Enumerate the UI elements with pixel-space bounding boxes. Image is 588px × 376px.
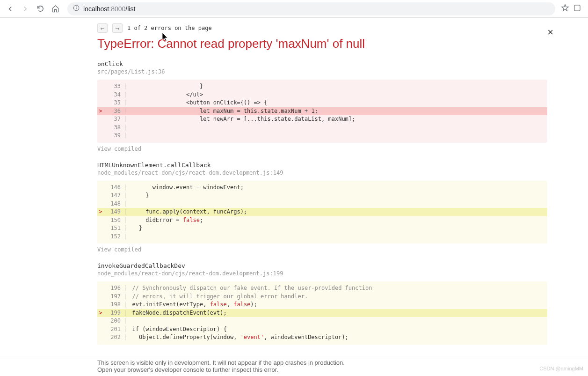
overlay-footer: This screen is visible only in developme… [0, 356, 588, 376]
next-error-button[interactable]: → [112, 23, 123, 33]
view-compiled-link[interactable]: View compiled [97, 246, 562, 253]
code-line: 147| } [97, 192, 547, 200]
code-line: 196| // Synchronously dispatch our fake … [97, 284, 547, 293]
stack-trace-scroll[interactable]: onClicksrc/pages/List.js:36 33| } 34| </… [97, 60, 569, 347]
footer-line-1: This screen is visible only in developme… [97, 359, 569, 366]
code-line: 202| Object.defineProperty(window, 'even… [97, 333, 547, 342]
error-nav: ← → 1 of 2 errors on the page [97, 23, 569, 33]
code-line: 35| <button onClick={() => { [97, 99, 547, 107]
frame-file[interactable]: node_modules/react-dom/cjs/react-dom.dev… [97, 170, 562, 176]
code-line: 151| } [97, 224, 547, 233]
site-info-icon[interactable] [73, 5, 80, 13]
code-line: 34| </ul> [97, 91, 547, 99]
stack-frame: invokeGuardedCallbackDevnode_modules/rea… [97, 262, 562, 347]
code-block: 146| window.event = windowEvent; 147| } … [97, 181, 547, 244]
code-block: 33| } 34| </ul> 35| <button onClick={() … [97, 80, 547, 143]
home-button[interactable] [49, 2, 62, 15]
prev-error-button[interactable]: ← [97, 23, 108, 33]
svg-rect-3 [574, 5, 580, 11]
code-line: 39| [97, 132, 547, 140]
code-line: >199| fakeNode.dispatchEvent(evt); [97, 309, 547, 317]
url-port: :8000 [109, 5, 125, 13]
error-counter: 1 of 2 errors on the page [127, 25, 212, 31]
stack-frame: onClicksrc/pages/List.js:36 33| } 34| </… [97, 60, 562, 152]
reload-button[interactable] [34, 2, 47, 15]
frame-file[interactable]: node_modules/react-dom/cjs/react-dom.dev… [97, 270, 562, 277]
frame-file[interactable]: src/pages/List.js:36 [97, 68, 562, 75]
code-line: >36| let maxNum = this.state.maxNum + 1; [97, 107, 547, 116]
url-host: localhost [83, 5, 109, 13]
stack-frame: HTMLUnknownElement.callCallbacknode_modu… [97, 162, 562, 253]
code-line: >149| func.apply(context, funcArgs); [97, 208, 547, 216]
browser-toolbar: localhost:8000/list [0, 0, 588, 18]
frame-function: onClick [97, 60, 562, 67]
code-line: 198| evt.initEvent(evtType, false, false… [97, 301, 547, 309]
extension-icon[interactable] [573, 4, 581, 14]
frame-function: invokeGuardedCallbackDev [97, 262, 562, 269]
code-line: 38| [97, 124, 547, 132]
frame-function: HTMLUnknownElement.callCallback [97, 162, 562, 169]
code-line: 201| if (windowEventDescriptor) { [97, 325, 547, 334]
close-button[interactable]: × [547, 26, 553, 38]
footer-line-2: Open your browser's developer console to… [97, 366, 569, 373]
forward-button[interactable] [19, 2, 32, 15]
url-path: /list [125, 5, 135, 13]
error-overlay: × ← → 1 of 2 errors on the page TypeErro… [0, 18, 588, 376]
code-block: 196| // Synchronously dispatch our fake … [97, 281, 547, 345]
svg-point-2 [76, 6, 76, 7]
code-line: 146| window.event = windowEvent; [97, 184, 547, 192]
code-line: 148| [97, 200, 547, 208]
bookmark-icon[interactable] [561, 4, 569, 14]
code-line: 197| // errors, it will trigger our glob… [97, 293, 547, 301]
watermark: CSDN @amingMM [539, 366, 583, 371]
error-title: TypeError: Cannot read property 'maxNum'… [97, 37, 569, 51]
back-button[interactable] [4, 2, 17, 15]
code-line: 200| [97, 317, 547, 325]
code-line: 37| let newArr = [...this.state.dataList… [97, 115, 547, 124]
code-line: 152| [97, 233, 547, 241]
address-bar[interactable]: localhost:8000/list [67, 2, 555, 15]
code-line: 150| didError = false; [97, 216, 547, 225]
code-line: 33| } [97, 82, 547, 91]
view-compiled-link[interactable]: View compiled [97, 146, 562, 152]
